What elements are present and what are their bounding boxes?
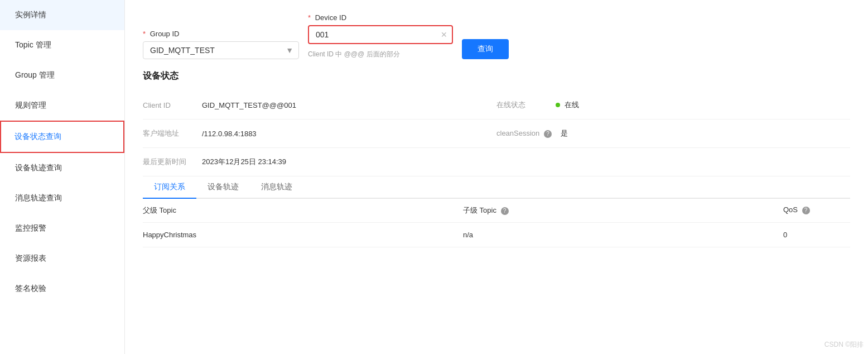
- client-id-value: GID_MQTT_TEST@@@001: [202, 101, 296, 109]
- child-topic-help-icon[interactable]: ?: [501, 207, 509, 215]
- sidebar-item-monitor-alarm[interactable]: 监控报警: [0, 213, 124, 243]
- required-star-group: *: [143, 30, 146, 38]
- last-update-label: 最后更新时间: [143, 157, 193, 167]
- clean-session-value: 是: [561, 128, 568, 138]
- query-button[interactable]: 查询: [462, 39, 509, 59]
- last-update-value: 2023年12月25日 23:14:39: [202, 157, 286, 167]
- sidebar-item-group-manage[interactable]: Group 管理: [0, 60, 124, 90]
- last-update-cell: 最后更新时间 2023年12月25日 23:14:39: [143, 157, 850, 167]
- device-id-label: * Device ID: [308, 13, 453, 22]
- table-row: HappyChristmas n/a 0: [143, 223, 850, 247]
- tabs: 订阅关系 设备轨迹 消息轨迹: [143, 176, 850, 199]
- group-id-select-wrapper: GID_MQTT_TEST ▼: [143, 41, 299, 59]
- col-header-child-topic: 子级 Topic ?: [463, 205, 783, 216]
- group-id-select[interactable]: GID_MQTT_TEST: [143, 41, 299, 59]
- device-id-hint: Client ID 中 @@@ 后面的部分: [308, 50, 453, 59]
- group-id-label: * Group ID: [143, 30, 299, 38]
- watermark: CSDN ©阳排: [824, 340, 864, 350]
- tab-subscription[interactable]: 订阅关系: [143, 176, 196, 199]
- client-id-cell: Client ID GID_MQTT_TEST@@@001: [143, 100, 496, 110]
- query-form: * Group ID GID_MQTT_TEST ▼ * Device ID ✕…: [143, 13, 850, 59]
- clean-session-label: cleanSession ?: [496, 129, 552, 138]
- sidebar-item-device-track[interactable]: 设备轨迹查询: [0, 153, 124, 183]
- device-status-title: 设备状态: [143, 70, 850, 82]
- parent-topic-cell: HappyChristmas: [143, 231, 463, 239]
- table-header: 父级 Topic 子级 Topic ? QoS ?: [143, 199, 850, 223]
- client-addr-cell: 客户端地址 /112.0.98.4:1883: [143, 128, 496, 138]
- device-status-info: Client ID GID_MQTT_TEST@@@001 在线状态 在线 客户…: [143, 91, 850, 176]
- info-row-1: Client ID GID_MQTT_TEST@@@001 在线状态 在线: [143, 91, 850, 119]
- tab-device-trace[interactable]: 设备轨迹: [196, 176, 250, 199]
- info-row-2: 客户端地址 /112.0.98.4:1883 cleanSession ? 是: [143, 119, 850, 148]
- tab-message-trace[interactable]: 消息轨迹: [250, 176, 303, 199]
- required-star-device: *: [308, 13, 311, 22]
- device-id-wrapper: ✕: [308, 25, 453, 44]
- child-topic-cell: n/a: [463, 231, 783, 239]
- online-status-cell: 在线状态 在线: [496, 100, 850, 110]
- online-status-label: 在线状态: [496, 100, 547, 110]
- parent-topic-link[interactable]: HappyChristmas: [143, 231, 196, 239]
- main-content: * Group ID GID_MQTT_TEST ▼ * Device ID ✕…: [125, 0, 868, 354]
- sidebar-item-instance-detail[interactable]: 实例详情: [0, 0, 124, 30]
- clean-session-help-icon[interactable]: ?: [544, 130, 552, 138]
- clear-icon[interactable]: ✕: [441, 30, 447, 39]
- qos-help-icon[interactable]: ?: [802, 207, 810, 214]
- client-addr-label: 客户端地址: [143, 128, 193, 138]
- sidebar: 实例详情 Topic 管理 Group 管理 规则管理 设备状态查询 设备轨迹查…: [0, 0, 125, 354]
- device-id-input[interactable]: [309, 26, 452, 43]
- client-id-label: Client ID: [143, 101, 193, 109]
- client-addr-value: /112.0.98.4:1883: [202, 130, 257, 138]
- group-id-field: * Group ID GID_MQTT_TEST ▼: [143, 30, 299, 59]
- col-header-qos: QoS ?: [783, 205, 850, 216]
- device-id-field: * Device ID ✕ Client ID 中 @@@ 后面的部分: [308, 13, 453, 59]
- qos-cell: 0: [783, 231, 850, 239]
- clean-session-cell: cleanSession ? 是: [496, 128, 850, 138]
- info-row-3: 最后更新时间 2023年12月25日 23:14:39: [143, 148, 850, 176]
- sidebar-item-resource-report[interactable]: 资源报表: [0, 243, 124, 274]
- online-dot-icon: [556, 103, 560, 107]
- col-header-parent-topic: 父级 Topic: [143, 205, 463, 216]
- online-status-value: 在线: [556, 100, 579, 110]
- sidebar-item-topic-manage[interactable]: Topic 管理: [0, 30, 124, 60]
- subscription-table: 父级 Topic 子级 Topic ? QoS ? HappyChristmas…: [143, 199, 850, 247]
- sidebar-item-device-status[interactable]: 设备状态查询: [0, 121, 124, 153]
- sidebar-item-message-track[interactable]: 消息轨迹查询: [0, 183, 124, 213]
- sidebar-item-rule-manage[interactable]: 规则管理: [0, 90, 124, 121]
- sidebar-item-sign-verify[interactable]: 签名校验: [0, 274, 124, 304]
- query-button-group: 查询: [462, 39, 509, 59]
